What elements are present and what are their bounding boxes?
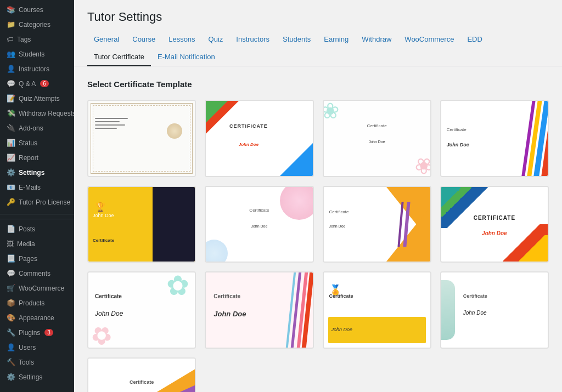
sidebar-item-categories[interactable]: 📁 Categories	[0, 17, 74, 32]
cert-visual-5: 🏆 Certificate John Doe	[88, 187, 195, 262]
cert-title: Certificate	[447, 127, 467, 132]
settings-wp-icon: ⚙️	[7, 373, 15, 381]
cert-name: John Doe	[447, 142, 469, 147]
blob-2	[206, 240, 228, 262]
certificate-grid: CERTIFICATE John Doe ❀ ❀ Certificate Joh…	[87, 100, 549, 392]
floral-tl: ❀	[324, 101, 340, 123]
cert-name: John Doe	[482, 230, 507, 236]
tab-withdraw[interactable]: Withdraw	[355, 31, 398, 49]
cert-card-10[interactable]: Certificate John Doe	[205, 271, 313, 349]
sidebar-item-users[interactable]: 👤 Users	[0, 340, 74, 355]
cert-card-1[interactable]	[87, 100, 196, 177]
blob-1	[280, 187, 313, 220]
users-icon: 👤	[7, 343, 15, 351]
plugins-badge: 3	[44, 329, 53, 336]
cert-name: John Doe	[369, 140, 385, 144]
tags-icon: 🏷	[7, 35, 14, 43]
cert-title: CERTIFICATE	[474, 215, 515, 221]
page-title: Tutor Settings	[87, 10, 549, 24]
cert-card-11[interactable]: 🏅 Certificate John Doe	[323, 271, 431, 349]
sidebar-item-tools[interactable]: 🔨 Tools	[0, 355, 74, 370]
appearance-icon: 🎨	[7, 314, 15, 322]
tab-general[interactable]: General	[87, 31, 126, 49]
cert-card-4[interactable]: Certificate John Doe	[440, 100, 549, 177]
sidebar-item-settings-wp[interactable]: ⚙️ Settings	[0, 370, 74, 384]
sidebar-item-instructors[interactable]: 👤 Instructors	[0, 61, 74, 76]
floral-bottom: ✿	[91, 321, 112, 348]
tab-earning[interactable]: Earning	[317, 31, 355, 49]
triangle-tl2	[206, 101, 228, 123]
sidebar-item-qa[interactable]: 💬 Q & A 6	[0, 76, 74, 91]
sidebar-item-posts[interactable]: 📄 Posts	[0, 221, 74, 236]
plugins-icon: 🔧	[7, 328, 15, 337]
cert-name: John Doe	[463, 310, 487, 316]
sidebar-item-addons[interactable]: 🔌 Add-ons	[0, 121, 74, 135]
tab-instructors[interactable]: Instructors	[229, 31, 276, 49]
cert-text-lines	[95, 116, 128, 131]
cert-visual-2: CERTIFICATE John Doe	[206, 101, 312, 176]
tab-course[interactable]: Course	[126, 31, 162, 49]
sidebar-item-quiz-attempts[interactable]: 📝 Quiz Attempts	[0, 91, 74, 106]
dark-bar	[153, 187, 195, 262]
floral-br: ❀	[414, 154, 430, 176]
sidebar-item-tags[interactable]: 🏷 Tags	[0, 32, 74, 47]
sidebar-item-products[interactable]: 📦 Products	[0, 296, 74, 310]
main-content: Tutor Settings General Course Lessons Qu…	[74, 0, 562, 392]
cert-title: Certificate	[367, 123, 387, 128]
courses-icon: 📚	[7, 5, 15, 14]
cert-card-9[interactable]: ✿ ✿ Certificate John Doe	[87, 271, 196, 349]
tab-email-notification[interactable]: E-Mail Notification	[151, 48, 222, 66]
text-line	[95, 121, 120, 122]
cert-card-13[interactable]: Certificate John Doe	[87, 357, 196, 392]
cert-visual-11: 🏅 Certificate John Doe	[324, 272, 430, 348]
cert-visual-7: Certificate John Doe	[324, 187, 430, 262]
tab-tutor-certificate[interactable]: Tutor Certificate	[87, 48, 151, 66]
text-line	[95, 128, 117, 129]
wp-nav-section: 📄 Posts 🖼 Media 📃 Pages 💬 Comments 🛒 Woo…	[0, 219, 74, 387]
page-header: Tutor Settings	[74, 0, 562, 31]
sidebar-item-settings[interactable]: ⚙️ Settings	[0, 165, 74, 180]
cert-visual-1	[88, 101, 195, 176]
sidebar-item-emails[interactable]: 📧 E-Mails	[0, 180, 74, 195]
sidebar-item-students[interactable]: 👥 Students	[0, 47, 74, 61]
sidebar-item-report[interactable]: 📈 Report	[0, 150, 74, 165]
withdraw-icon: 💸	[7, 109, 15, 117]
tab-lessons[interactable]: Lessons	[162, 31, 201, 49]
comments-icon: 💬	[7, 269, 15, 277]
cert-card-7[interactable]: Certificate John Doe	[323, 186, 431, 263]
sidebar-item-pages[interactable]: 📃 Pages	[0, 251, 74, 266]
cert-card-2[interactable]: CERTIFICATE John Doe	[205, 100, 313, 177]
sidebar-item-appearance[interactable]: 🎨 Appearance	[0, 310, 74, 325]
cert-visual-9: ✿ ✿ Certificate John Doe	[88, 272, 195, 348]
tab-students[interactable]: Students	[276, 31, 317, 49]
categories-icon: 📁	[7, 20, 15, 29]
cert-title: Certificate	[329, 209, 349, 214]
cert-card-6[interactable]: Certificate John Doe	[205, 186, 313, 263]
sidebar-item-woocommerce[interactable]: 🛒 WooCommerce	[0, 281, 74, 296]
medal: 🏆	[95, 202, 106, 212]
cert-visual-13: Certificate John Doe	[88, 359, 195, 392]
stripe-container	[494, 101, 548, 176]
sidebar-item-comments[interactable]: 💬 Comments	[0, 266, 74, 281]
triangle-br	[280, 143, 313, 176]
collapse-menu[interactable]: ◀ Collapse menu	[0, 387, 74, 392]
cert-card-5[interactable]: 🏆 Certificate John Doe	[87, 186, 196, 263]
sidebar-item-status[interactable]: 📊 Status	[0, 135, 74, 150]
br-yellow	[516, 235, 548, 262]
sidebar-item-plugins[interactable]: 🔧 Plugins 3	[0, 325, 74, 340]
cert-card-8[interactable]: CERTIFICATE John Doe	[440, 186, 549, 263]
tab-quiz[interactable]: Quiz	[202, 31, 230, 49]
sidebar-item-courses[interactable]: 📚 Courses	[0, 2, 74, 17]
cert-card-12[interactable]: Certificate John Doe	[440, 271, 549, 349]
sidebar-item-withdraw-requests[interactable]: 💸 Withdraw Requests	[0, 106, 74, 121]
tab-woocommerce[interactable]: WooCommerce	[398, 31, 460, 49]
cert-card-3[interactable]: ❀ ❀ Certificate John Doe	[323, 100, 431, 177]
tab-edd[interactable]: EDD	[460, 31, 488, 49]
cert-name: John Doe	[93, 213, 114, 218]
sidebar-item-media[interactable]: 🖼 Media	[0, 236, 74, 251]
sidebar-divider-1	[0, 214, 74, 214]
sidebar: 📚 Courses 📁 Categories 🏷 Tags 👥 Students…	[0, 0, 74, 392]
media-icon: 🖼	[7, 240, 14, 248]
sidebar-item-tutor-pro[interactable]: 🔑 Tutor Pro License	[0, 195, 74, 209]
cert-visual-6: Certificate John Doe	[206, 187, 312, 262]
